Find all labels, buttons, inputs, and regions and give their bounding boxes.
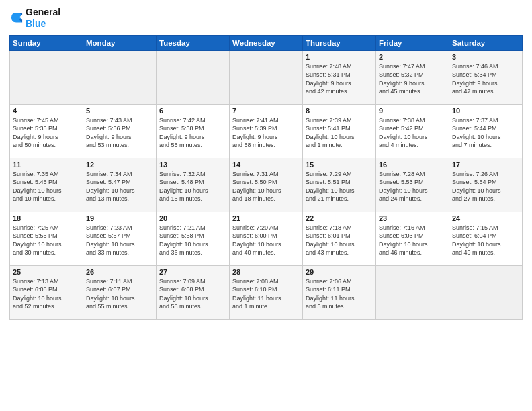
day-number: 1 [306, 53, 373, 61]
day-number: 23 [379, 214, 446, 222]
day-info: Sunrise: 7:31 AM Sunset: 5:50 PM Dayligh… [232, 170, 300, 203]
day-cell: 18Sunrise: 7:25 AM Sunset: 5:55 PM Dayli… [10, 212, 83, 265]
day-number: 19 [86, 214, 153, 222]
day-info: Sunrise: 7:09 AM Sunset: 6:08 PM Dayligh… [159, 277, 226, 311]
logo: General Blue [9, 7, 60, 30]
day-info: Sunrise: 7:34 AM Sunset: 5:47 PM Dayligh… [86, 170, 153, 203]
day-cell [376, 265, 449, 319]
day-number: 24 [452, 214, 519, 222]
day-cell [230, 50, 303, 104]
day-cell: 25Sunrise: 7:13 AM Sunset: 6:05 PM Dayli… [10, 265, 83, 319]
day-cell: 10Sunrise: 7:37 AM Sunset: 5:44 PM Dayli… [449, 104, 523, 158]
day-number: 16 [379, 161, 446, 169]
week-row-5: 25Sunrise: 7:13 AM Sunset: 6:05 PM Dayli… [10, 265, 523, 319]
day-cell: 22Sunrise: 7:18 AM Sunset: 6:01 PM Dayli… [303, 212, 376, 265]
day-number: 26 [86, 268, 153, 276]
day-cell: 13Sunrise: 7:32 AM Sunset: 5:48 PM Dayli… [157, 158, 230, 212]
day-number: 27 [159, 268, 226, 276]
day-number: 29 [306, 268, 373, 276]
day-info: Sunrise: 7:46 AM Sunset: 5:34 PM Dayligh… [452, 62, 519, 96]
day-cell: 3Sunrise: 7:46 AM Sunset: 5:34 PM Daylig… [449, 50, 523, 104]
day-cell: 20Sunrise: 7:21 AM Sunset: 5:58 PM Dayli… [157, 212, 230, 265]
day-cell: 12Sunrise: 7:34 AM Sunset: 5:47 PM Dayli… [83, 158, 157, 212]
day-info: Sunrise: 7:06 AM Sunset: 6:11 PM Dayligh… [306, 277, 373, 311]
day-info: Sunrise: 7:48 AM Sunset: 5:31 PM Dayligh… [306, 62, 373, 96]
day-cell: 21Sunrise: 7:20 AM Sunset: 6:00 PM Dayli… [230, 212, 303, 265]
day-number: 6 [159, 107, 226, 115]
day-info: Sunrise: 7:18 AM Sunset: 6:01 PM Dayligh… [306, 224, 373, 257]
day-info: Sunrise: 7:45 AM Sunset: 5:35 PM Dayligh… [13, 116, 80, 150]
col-header-saturday: Saturday [449, 35, 523, 50]
col-header-monday: Monday [83, 35, 157, 50]
header: General Blue [9, 7, 523, 30]
day-number: 8 [306, 107, 373, 115]
day-cell: 8Sunrise: 7:39 AM Sunset: 5:41 PM Daylig… [303, 104, 376, 158]
day-info: Sunrise: 7:43 AM Sunset: 5:36 PM Dayligh… [86, 116, 153, 150]
day-cell [10, 50, 83, 104]
day-info: Sunrise: 7:08 AM Sunset: 6:10 PM Dayligh… [232, 277, 300, 311]
day-number: 17 [452, 161, 519, 169]
day-cell [449, 265, 523, 319]
day-info: Sunrise: 7:20 AM Sunset: 6:00 PM Dayligh… [232, 224, 300, 257]
day-number: 12 [86, 161, 153, 169]
col-header-thursday: Thursday [303, 35, 376, 50]
day-info: Sunrise: 7:42 AM Sunset: 5:38 PM Dayligh… [159, 116, 226, 150]
day-cell: 16Sunrise: 7:28 AM Sunset: 5:53 PM Dayli… [376, 158, 449, 212]
day-cell: 9Sunrise: 7:38 AM Sunset: 5:42 PM Daylig… [376, 104, 449, 158]
week-row-3: 11Sunrise: 7:35 AM Sunset: 5:45 PM Dayli… [10, 158, 523, 212]
day-cell: 11Sunrise: 7:35 AM Sunset: 5:45 PM Dayli… [10, 158, 83, 212]
day-number: 18 [13, 214, 80, 222]
day-number: 9 [379, 107, 446, 115]
day-number: 13 [159, 161, 226, 169]
col-header-tuesday: Tuesday [157, 35, 230, 50]
day-info: Sunrise: 7:16 AM Sunset: 6:03 PM Dayligh… [379, 224, 446, 257]
day-info: Sunrise: 7:23 AM Sunset: 5:57 PM Dayligh… [86, 224, 153, 257]
logo-icon [9, 11, 24, 26]
day-cell: 29Sunrise: 7:06 AM Sunset: 6:11 PM Dayli… [303, 265, 376, 319]
day-number: 7 [232, 107, 300, 115]
day-number: 15 [306, 161, 373, 169]
day-number: 10 [452, 107, 519, 115]
day-cell: 27Sunrise: 7:09 AM Sunset: 6:08 PM Dayli… [157, 265, 230, 319]
day-cell: 15Sunrise: 7:29 AM Sunset: 5:51 PM Dayli… [303, 158, 376, 212]
day-cell: 1Sunrise: 7:48 AM Sunset: 5:31 PM Daylig… [303, 50, 376, 104]
day-number: 4 [13, 107, 80, 115]
day-cell: 28Sunrise: 7:08 AM Sunset: 6:10 PM Dayli… [230, 265, 303, 319]
week-row-2: 4Sunrise: 7:45 AM Sunset: 5:35 PM Daylig… [10, 104, 523, 158]
week-row-4: 18Sunrise: 7:25 AM Sunset: 5:55 PM Dayli… [10, 212, 523, 265]
logo-text: General Blue [26, 7, 60, 30]
calendar-table: SundayMondayTuesdayWednesdayThursdayFrid… [9, 35, 523, 320]
day-cell: 23Sunrise: 7:16 AM Sunset: 6:03 PM Dayli… [376, 212, 449, 265]
day-info: Sunrise: 7:26 AM Sunset: 5:54 PM Dayligh… [452, 170, 519, 203]
day-number: 25 [13, 268, 80, 276]
day-cell: 24Sunrise: 7:15 AM Sunset: 6:04 PM Dayli… [449, 212, 523, 265]
day-info: Sunrise: 7:37 AM Sunset: 5:44 PM Dayligh… [452, 116, 519, 150]
day-info: Sunrise: 7:28 AM Sunset: 5:53 PM Dayligh… [379, 170, 446, 203]
day-number: 2 [379, 53, 446, 61]
day-cell: 4Sunrise: 7:45 AM Sunset: 5:35 PM Daylig… [10, 104, 83, 158]
day-cell: 7Sunrise: 7:41 AM Sunset: 5:39 PM Daylig… [230, 104, 303, 158]
day-number: 21 [232, 214, 300, 222]
day-info: Sunrise: 7:32 AM Sunset: 5:48 PM Dayligh… [159, 170, 226, 203]
col-header-sunday: Sunday [10, 35, 83, 50]
day-number: 28 [232, 268, 300, 276]
day-cell: 6Sunrise: 7:42 AM Sunset: 5:38 PM Daylig… [157, 104, 230, 158]
day-cell: 14Sunrise: 7:31 AM Sunset: 5:50 PM Dayli… [230, 158, 303, 212]
day-info: Sunrise: 7:38 AM Sunset: 5:42 PM Dayligh… [379, 116, 446, 150]
day-info: Sunrise: 7:41 AM Sunset: 5:39 PM Dayligh… [232, 116, 300, 150]
day-cell: 26Sunrise: 7:11 AM Sunset: 6:07 PM Dayli… [83, 265, 157, 319]
header-row: SundayMondayTuesdayWednesdayThursdayFrid… [10, 35, 523, 50]
day-number: 11 [13, 161, 80, 169]
day-info: Sunrise: 7:47 AM Sunset: 5:32 PM Dayligh… [379, 62, 446, 96]
day-number: 5 [86, 107, 153, 115]
day-number: 22 [306, 214, 373, 222]
day-cell: 17Sunrise: 7:26 AM Sunset: 5:54 PM Dayli… [449, 158, 523, 212]
day-cell [157, 50, 230, 104]
day-number: 20 [159, 214, 226, 222]
day-cell [83, 50, 157, 104]
day-cell: 19Sunrise: 7:23 AM Sunset: 5:57 PM Dayli… [83, 212, 157, 265]
day-info: Sunrise: 7:21 AM Sunset: 5:58 PM Dayligh… [159, 224, 226, 257]
main-container: General Blue SundayMondayTuesdayWednesda… [0, 0, 532, 411]
day-info: Sunrise: 7:29 AM Sunset: 5:51 PM Dayligh… [306, 170, 373, 203]
day-info: Sunrise: 7:39 AM Sunset: 5:41 PM Dayligh… [306, 116, 373, 150]
